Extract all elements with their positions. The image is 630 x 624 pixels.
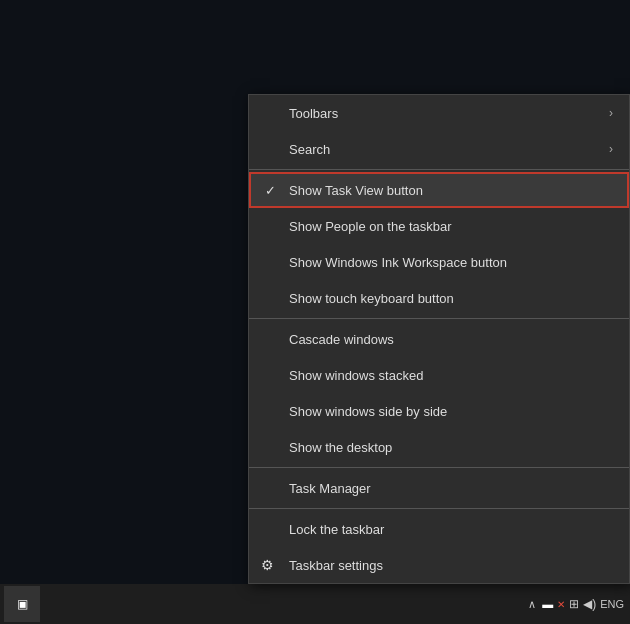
menu-item-stacked[interactable]: Show windows stacked: [249, 357, 629, 393]
tray-chevron-icon[interactable]: ∧: [526, 598, 538, 611]
taskbar-left: ▣: [0, 586, 40, 622]
menu-item-label: Toolbars: [289, 106, 338, 121]
menu-item-show-ink[interactable]: Show Windows Ink Workspace button: [249, 244, 629, 280]
menu-item-label: Taskbar settings: [289, 558, 383, 573]
submenu-arrow-icon: ›: [609, 142, 613, 156]
menu-separator: [249, 508, 629, 509]
tray-battery-alert: ✕: [557, 599, 565, 610]
menu-item-label: Show windows stacked: [289, 368, 423, 383]
menu-item-task-manager[interactable]: Task Manager: [249, 470, 629, 506]
menu-item-toolbars[interactable]: Toolbars›: [249, 95, 629, 131]
submenu-arrow-icon: ›: [609, 106, 613, 120]
menu-separator: [249, 467, 629, 468]
menu-item-label: Show windows side by side: [289, 404, 447, 419]
gear-icon: ⚙: [261, 557, 281, 573]
menu-item-lock-taskbar[interactable]: Lock the taskbar: [249, 511, 629, 547]
menu-separator: [249, 169, 629, 170]
menu-item-taskbar-settings[interactable]: ⚙Taskbar settings: [249, 547, 629, 583]
taskbar-app-icon[interactable]: ▣: [4, 586, 40, 622]
context-menu: Toolbars›Search›✓Show Task View buttonSh…: [248, 94, 630, 584]
menu-item-label: Show Task View button: [289, 183, 423, 198]
menu-item-label: Show People on the taskbar: [289, 219, 452, 234]
tray-language[interactable]: ENG: [600, 598, 624, 610]
menu-item-show-keyboard[interactable]: Show touch keyboard button: [249, 280, 629, 316]
menu-item-show-people[interactable]: Show People on the taskbar: [249, 208, 629, 244]
menu-item-label: Cascade windows: [289, 332, 394, 347]
menu-item-label: Show touch keyboard button: [289, 291, 454, 306]
menu-item-label: Show Windows Ink Workspace button: [289, 255, 507, 270]
tray-wifi-icon: ⊞: [569, 597, 579, 611]
menu-item-label: Task Manager: [289, 481, 371, 496]
menu-item-label: Lock the taskbar: [289, 522, 384, 537]
menu-item-show-task-view[interactable]: ✓Show Task View button: [249, 172, 629, 208]
menu-item-cascade[interactable]: Cascade windows: [249, 321, 629, 357]
checkmark-icon: ✓: [265, 183, 285, 198]
menu-item-show-desktop[interactable]: Show the desktop: [249, 429, 629, 465]
menu-item-search[interactable]: Search›: [249, 131, 629, 167]
tray-battery-icon: ▬: [542, 598, 553, 610]
taskbar: ▣ ∧ ▬ ✕ ⊞ ◀) ENG: [0, 584, 630, 624]
menu-separator: [249, 318, 629, 319]
menu-item-label: Search: [289, 142, 330, 157]
menu-item-label: Show the desktop: [289, 440, 392, 455]
menu-item-side-by-side[interactable]: Show windows side by side: [249, 393, 629, 429]
tray-volume-icon: ◀): [583, 597, 596, 611]
taskbar-tray: ∧ ▬ ✕ ⊞ ◀) ENG: [526, 584, 630, 624]
